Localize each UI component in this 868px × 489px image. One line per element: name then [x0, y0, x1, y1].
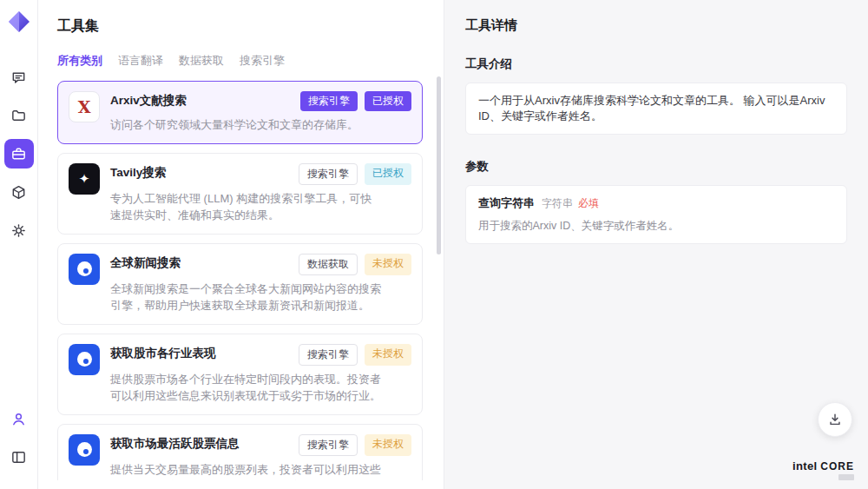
tool-card-body: 获取市场最活跃股票信息 搜索引擎 未授权 提供当天交易量最高的股票列表，投资者可… [110, 434, 411, 481]
tool-card-header: 全球新闻搜索 数据获取 未授权 [110, 254, 411, 275]
tool-description: 专为人工智能代理 (LLM) 构建的搜索引擎工具，可快速提供实时、准确和真实的结… [110, 190, 381, 224]
briefcase-icon[interactable] [4, 139, 34, 169]
tool-name: 获取市场最活跃股票信息 [110, 434, 240, 452]
category-badge: 搜索引擎 [299, 434, 358, 456]
core-label: CORE [820, 460, 854, 472]
tool-list: Arxiv文献搜索 搜索引擎 已授权 访问各个研究领域大量科学论文和文章的存储库… [57, 81, 430, 480]
tool-card[interactable]: Arxiv文献搜索 搜索引擎 已授权 访问各个研究领域大量科学论文和文章的存储库… [57, 81, 423, 144]
chat-icon[interactable] [4, 63, 34, 92]
tool-description: 访问各个研究领域大量科学论文和文章的存储库。 [110, 116, 381, 134]
tool-card[interactable]: Tavily搜索 搜索引擎 已授权 专为人工智能代理 (LLM) 构建的搜索引擎… [57, 153, 423, 235]
tool-card[interactable]: 获取股市各行业表现 搜索引擎 未授权 提供股票市场各个行业在特定时间段内的表现。… [57, 334, 423, 415]
param-name: 查询字符串 [478, 195, 535, 211]
category-badge: 数据获取 [299, 254, 358, 275]
auth-status-badge: 已授权 [365, 91, 411, 111]
intel-label: intel [792, 459, 817, 472]
auth-status-badge: 已授权 [365, 163, 411, 185]
param-description: 用于搜索的Arxiv ID、关键字或作者姓名。 [478, 219, 834, 234]
category-tab[interactable]: 数据获取 [179, 53, 224, 69]
auth-status-badge: 未授权 [365, 344, 411, 366]
category-badge: 搜索引擎 [299, 163, 358, 185]
tool-card-body: 全球新闻搜索 数据获取 未授权 全球新闻搜索是一个聚合全球各大新闻网站内容的搜索… [110, 254, 411, 314]
category-badge: 搜索引擎 [299, 344, 358, 366]
tool-card-body: 获取股市各行业表现 搜索引擎 未授权 提供股票市场各个行业在特定时间段内的表现。… [110, 344, 411, 405]
tool-badges: 搜索引擎 未授权 [299, 434, 411, 456]
tool-icon [69, 434, 100, 466]
gear-icon[interactable] [4, 215, 34, 245]
param-card: 查询字符串 字符串 必填 用于搜索的Arxiv ID、关键字或作者姓名。 [465, 185, 847, 244]
page-title: 工具集 [57, 17, 430, 36]
params-heading: 参数 [465, 159, 847, 175]
tab-label: 所有类别 [57, 54, 102, 67]
layout-panel-icon[interactable] [4, 442, 34, 472]
download-icon [827, 412, 843, 427]
intro-card: 一个用于从Arxiv存储库搜索科学论文和文章的工具。 输入可以是Arxiv ID… [465, 83, 847, 135]
tool-list-panel: 工具集 所有类别 语言翻译 数据获取 搜索引擎 [38, 0, 444, 489]
tool-name: 全球新闻搜索 [110, 254, 181, 271]
folder-icon[interactable] [4, 101, 34, 130]
tool-badges: 搜索引擎 未授权 [299, 344, 411, 366]
user-icon[interactable] [4, 404, 34, 433]
category-tabs: 所有类别 语言翻译 数据获取 搜索引擎 [57, 53, 430, 69]
tool-detail-panel: 工具详情 工具介绍 一个用于从Arxiv存储库搜索科学论文和文章的工具。 输入可… [444, 0, 868, 489]
category-tab[interactable]: 语言翻译 [118, 53, 163, 69]
intel-sub-badge [838, 474, 854, 480]
intel-core-logo: intel CORE [792, 459, 854, 480]
tool-icon [69, 254, 100, 285]
category-tab[interactable]: 搜索引擎 [240, 53, 285, 69]
detail-title: 工具详情 [465, 17, 847, 34]
intel-core-text: intel CORE [792, 459, 854, 472]
tool-description: 全球新闻搜索是一个聚合全球各大新闻网站内容的搜索引擎，帮助用户快速获取全球最新资… [110, 281, 381, 314]
tool-card-header: 获取股市各行业表现 搜索引擎 未授权 [110, 344, 411, 366]
left-sidebar [0, 0, 38, 489]
tool-badges: 搜索引擎 已授权 [300, 91, 411, 111]
category-tab[interactable]: 所有类别 [57, 53, 102, 69]
tool-card[interactable]: 全球新闻搜索 数据获取 未授权 全球新闻搜索是一个聚合全球各大新闻网站内容的搜索… [57, 243, 423, 325]
tool-description: 提供股票市场各个行业在特定时间段内的表现。投资者可以利用这些信息来识别表现优于或… [110, 371, 381, 405]
category-badge: 搜索引擎 [300, 91, 358, 111]
tool-card-header: Arxiv文献搜索 搜索引擎 已授权 [110, 91, 411, 111]
tool-card-body: Tavily搜索 搜索引擎 已授权 专为人工智能代理 (LLM) 构建的搜索引擎… [110, 163, 411, 224]
cube-icon[interactable] [4, 177, 34, 207]
scrollbar-thumb[interactable] [437, 76, 441, 254]
auth-status-badge: 未授权 [365, 254, 411, 275]
tool-card-body: Arxiv文献搜索 搜索引擎 已授权 访问各个研究领域大量科学论文和文章的存储库… [110, 91, 411, 134]
tool-icon [69, 163, 100, 195]
tool-description: 提供当天交易量最高的股票列表，投资者可以利用这些信息来识别流动性强的股票和潜在的… [110, 461, 381, 481]
tool-name: Tavily搜索 [110, 163, 166, 181]
intro-heading: 工具介绍 [465, 56, 847, 72]
tool-name: 获取股市各行业表现 [110, 344, 216, 361]
app-logo-icon [8, 10, 30, 36]
scrollbar-track [437, 76, 441, 478]
tool-card-header: 获取市场最活跃股票信息 搜索引擎 未授权 [110, 434, 411, 456]
tool-icon [69, 344, 100, 375]
tab-label: 搜索引擎 [240, 54, 285, 67]
tab-label: 数据获取 [179, 54, 224, 67]
tool-badges: 搜索引擎 已授权 [299, 163, 411, 185]
tool-badges: 数据获取 未授权 [299, 254, 411, 275]
tool-card-header: Tavily搜索 搜索引擎 已授权 [110, 163, 411, 185]
tool-name: Arxiv文献搜索 [110, 91, 187, 109]
param-required-flag: 必填 [578, 196, 599, 211]
auth-status-badge: 未授权 [365, 434, 411, 456]
download-button[interactable] [818, 402, 852, 437]
tool-icon [69, 91, 100, 122]
param-type: 字符串 [542, 196, 573, 211]
tool-card[interactable]: 获取市场最活跃股票信息 搜索引擎 未授权 提供当天交易量最高的股票列表，投资者可… [57, 424, 423, 481]
param-header: 查询字符串 字符串 必填 [478, 195, 834, 211]
tab-label: 语言翻译 [118, 54, 163, 67]
intro-text: 一个用于从Arxiv存储库搜索科学论文和文章的工具。 输入可以是Arxiv ID… [478, 94, 825, 122]
